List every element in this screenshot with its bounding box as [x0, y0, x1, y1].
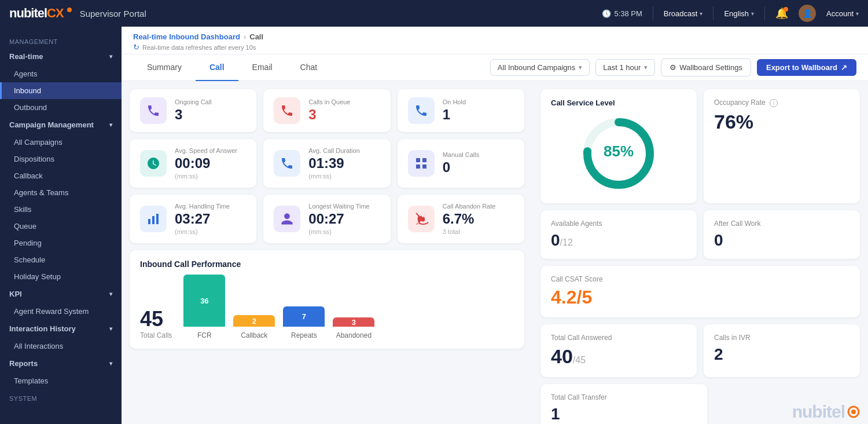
logo-text: nubitelCX	[9, 6, 64, 21]
broadcast-arrow: ▾	[700, 10, 703, 17]
sidebar-item-inbound[interactable]: Inbound	[0, 82, 122, 99]
brand-text: nubitel	[792, 402, 845, 422]
csat-value: 4.2/5	[551, 287, 849, 308]
sidebar: Management Real-time ▾ Agents Inbound Ou…	[0, 27, 122, 424]
language-dropdown[interactable]: English ▾	[724, 9, 754, 18]
stat-wait-value: 00:27	[308, 211, 380, 227]
sidebar-group-realtime[interactable]: Real-time ▾	[0, 47, 122, 65]
sidebar-item-agents[interactable]: Agents	[0, 65, 122, 82]
campaign-filter-label: All Inbound Campaigns	[498, 63, 575, 72]
sidebar-item-label: KPI	[9, 290, 22, 298]
phone-x-icon	[408, 206, 435, 232]
breadcrumb-link[interactable]: Real-time Inbound Dashboard	[133, 32, 240, 41]
phone-dur-icon	[274, 150, 300, 177]
brand-icon	[847, 405, 860, 418]
perf-chart: 36FCR2Callback7Repeats3Abandoned	[183, 275, 514, 339]
dash-right: Call Service Level 85% Occupancy R	[532, 81, 868, 424]
notification-button[interactable]: 🔔	[775, 7, 788, 20]
sidebar-group-interaction[interactable]: Interaction History ▾	[0, 320, 122, 338]
stat-abandon-sub: 3 total	[443, 228, 514, 235]
sidebar-item-schedule[interactable]: Schedule	[0, 251, 122, 268]
sidebar-item-callback[interactable]: Callback	[0, 167, 122, 184]
after-call-work-label: After Call Work	[714, 220, 849, 228]
sidebar-item-skills[interactable]: Skills	[0, 201, 122, 218]
export-wallboard-button[interactable]: Export to Wallboard ↗	[757, 59, 856, 76]
sidebar-item-allinteractions[interactable]: All Interactions	[0, 338, 122, 354]
dash-left: Ongoing Call 3 Calls in Queue 3	[122, 81, 532, 424]
avatar: 👤	[799, 5, 816, 22]
refresh-note: ↻ Real-time data refreshes after every 1…	[133, 43, 856, 52]
time-filter[interactable]: Last 1 hour ▾	[595, 59, 655, 76]
wallboard-settings-button[interactable]: ⚙ Wallboard Settings	[661, 59, 751, 76]
dashboard: Ongoing Call 3 Calls in Queue 3	[122, 81, 868, 424]
sidebar-item-allcampaigns[interactable]: All Campaigns	[0, 134, 122, 151]
bar-callback: 2	[233, 315, 275, 327]
total-answered-label: Total Call Answered	[551, 334, 686, 342]
donut-chart: 85%	[578, 113, 659, 194]
broadcast-dropdown[interactable]: Broadcast ▾	[664, 9, 703, 18]
chevron-down-icon: ▾	[109, 360, 112, 367]
stat-avgdur-label: Avg. Call Duration	[308, 147, 380, 154]
stat-hold-info: On Hold 1	[443, 98, 514, 123]
bar-group: 7Repeats	[283, 306, 325, 339]
top-right-row: Call Service Level 85% Occupancy R	[540, 89, 860, 203]
account-dropdown[interactable]: Account ▾	[826, 9, 859, 18]
divider-2	[713, 6, 713, 20]
tab-email[interactable]: Email	[238, 54, 286, 81]
available-agents-value: 0/12	[551, 231, 686, 250]
clock-icon	[140, 150, 167, 177]
second-right-row: Available Agents 0/12 After Call Work 0	[540, 210, 860, 259]
stat-abandon-info: Call Abandon Rate 6.7% 3 total	[443, 203, 514, 235]
sidebar-group-kpi[interactable]: KPI ▾	[0, 285, 122, 303]
management-section: Management	[0, 32, 122, 47]
export-label: Export to Wallboard	[766, 63, 837, 72]
tab-chat[interactable]: Chat	[286, 54, 332, 81]
stat-avgdur-info: Avg. Call Duration 01:39 (mm:ss)	[308, 147, 380, 180]
stat-avgdur-sub: (mm:ss)	[308, 173, 380, 180]
stat-avgspeed-value: 00:09	[175, 155, 246, 171]
sidebar-item-agentsteams[interactable]: Agents & Teams	[0, 184, 122, 201]
wallboard-label: Wallboard Settings	[679, 63, 742, 72]
csat-row: Call CSAT Score 4.2/5	[540, 266, 860, 317]
stat-handling-label: Avg. Handling Time	[175, 203, 246, 210]
stat-avgspeed-info: Avg. Speed of Answer 00:09 (mm:ss)	[175, 147, 246, 180]
sidebar-item-label: Real-time	[9, 52, 43, 61]
stat-avg-duration: Avg. Call Duration 01:39 (mm:ss)	[263, 139, 390, 188]
stat-manual-value: 0	[443, 159, 514, 176]
sidebar-group-reports[interactable]: Reports ▾	[0, 354, 122, 372]
topnav-right: 🕔 5:38 PM Broadcast ▾ English ▾ 🔔 👤 Acco…	[602, 5, 859, 22]
divider-3	[764, 6, 765, 20]
tab-call[interactable]: Call	[196, 54, 238, 81]
sidebar-item-agentreward[interactable]: Agent Reward System	[0, 303, 122, 320]
account-arrow: ▾	[856, 10, 859, 17]
topnav-time: 🕔 5:38 PM	[602, 9, 642, 18]
sidebar-item-label: Reports	[9, 359, 38, 368]
stat-handling-sub: (mm:ss)	[175, 228, 246, 235]
chevron-down-icon: ▾	[109, 291, 112, 297]
time-filter-arrow: ▾	[644, 64, 648, 71]
sidebar-item-pending[interactable]: Pending	[0, 235, 122, 251]
campaign-filter[interactable]: All Inbound Campaigns ▾	[490, 59, 590, 76]
sidebar-item-outbound[interactable]: Outbound	[0, 99, 122, 116]
sidebar-item-holidaysetup[interactable]: Holiday Setup	[0, 268, 122, 285]
csat-card: Call CSAT Score 4.2/5	[540, 266, 860, 317]
refresh-icon: ↻	[133, 43, 139, 52]
stat-avg-handling: Avg. Handling Time 03:27 (mm:ss)	[130, 195, 256, 243]
sidebar-item-queue[interactable]: Queue	[0, 218, 122, 235]
perf-total-label: Total Calls	[140, 331, 172, 339]
stat-avgdur-value: 01:39	[308, 155, 380, 171]
total-call-transfer-card: Total Call Transfer 1	[540, 384, 707, 424]
bar-label-callback: Callback	[241, 331, 267, 339]
portal-title: Supervisor Portal	[80, 9, 146, 19]
stat-ongoing-value: 3	[175, 107, 246, 123]
tab-summary[interactable]: Summary	[133, 54, 196, 81]
sidebar-group-campaign[interactable]: Campaign Management ▾	[0, 116, 122, 134]
available-agents-sub: /12	[560, 237, 573, 247]
sidebar-item-dispositions[interactable]: Dispositions	[0, 151, 122, 167]
stat-longest-wait: Longest Waiting Time 00:27 (mm:ss)	[263, 195, 390, 243]
sidebar-item-templates[interactable]: Templates	[0, 372, 122, 389]
bar-group: 36FCR	[183, 275, 225, 339]
grid-icon	[408, 150, 435, 177]
topnav: nubitelCX Supervisor Portal 🕔 5:38 PM Br…	[0, 0, 868, 27]
brand-logo: nubitel	[792, 402, 860, 422]
